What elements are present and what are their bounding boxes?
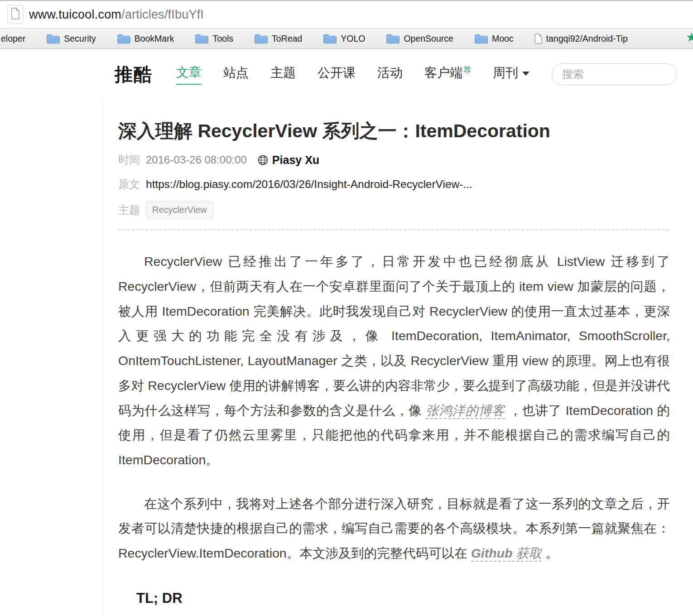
source-url-link[interactable]: https://blog.piasy.com/2016/03/26/Insigh… xyxy=(146,178,472,191)
bookmark-item-bookmark[interactable]: BookMark xyxy=(117,34,174,44)
folder-icon xyxy=(474,34,488,44)
nav-item-client[interactable]: 客户端荐 xyxy=(424,64,471,84)
nav-item-articles[interactable]: 文章 xyxy=(176,64,202,85)
bookmark-label: eloper xyxy=(1,34,25,44)
address-url[interactable]: www.tuicool.com/articles/fIbuYfI xyxy=(29,8,204,22)
search-box xyxy=(552,63,677,85)
bookmark-item-security[interactable]: Security xyxy=(46,34,96,44)
paragraph-text: RecyclerView 已经推出了一年多了，日常开发中也已经彻底从 ListV… xyxy=(118,254,670,417)
bookmark-label: OpenSource xyxy=(404,34,453,44)
bookmark-item-tools[interactable]: Tools xyxy=(195,34,233,44)
url-domain: www.tuicool.com xyxy=(29,8,121,21)
nav-item-label: 周刊 xyxy=(493,66,518,80)
site-header: 推酷 文章 站点 主题 公开课 活动 客户端荐 周刊 xyxy=(0,49,693,100)
nav-item-sites[interactable]: 站点 xyxy=(223,64,249,84)
article-paragraph: RecyclerView 已经推出了一年多了，日常开发中也已经彻底从 ListV… xyxy=(118,249,670,472)
meta-row-topic: 主题 RecyclerView xyxy=(118,202,669,218)
dashed-divider xyxy=(118,229,669,230)
author-name[interactable]: Piasy Xu xyxy=(272,154,319,167)
bookmark-item-developer[interactable]: eloper xyxy=(1,34,25,44)
paragraph-text: 在这个系列中，我将对上述各个部分进行深入研究，目标就是看了这一系列的文章之后，开… xyxy=(118,496,670,560)
nav-item-weekly[interactable]: 周刊 xyxy=(493,64,529,84)
url-path: /articles/fIbuYfI xyxy=(121,8,204,21)
topic-tag-recyclerview[interactable]: RecyclerView xyxy=(146,202,213,218)
nav-item-courses[interactable]: 公开课 xyxy=(318,64,356,84)
bookmark-item-tangqi92-android-tip[interactable]: tangqi92/Android-Tip xyxy=(534,34,628,44)
time-label: 时间 xyxy=(118,153,140,167)
article-card: 深入理解 RecyclerView 系列之一：ItemDecoration 时间… xyxy=(103,100,693,616)
bookmarks-bar: eloper Security BookMark Tools ToRead YO… xyxy=(0,28,693,49)
bookmark-label: YOLO xyxy=(341,34,365,44)
folder-icon xyxy=(46,34,60,44)
meta-row-source: 原文 https://blog.piasy.com/2016/03/26/Ins… xyxy=(118,177,669,192)
bookmark-label: ToRead xyxy=(272,34,302,44)
publish-time: 2016-03-26 08:00:00 xyxy=(146,154,247,166)
paragraph-text: 。 xyxy=(542,546,558,560)
folder-icon xyxy=(386,34,399,44)
article-paragraph: 在这个系列中，我将对上述各个部分进行深入研究，目标就是看了这一系列的文章之后，开… xyxy=(118,491,670,566)
page-body: 深入理解 RecyclerView 系列之一：ItemDecoration 时间… xyxy=(0,100,693,616)
nav-item-label: 客户端 xyxy=(424,66,462,80)
source-label: 原文 xyxy=(118,177,140,192)
document-icon xyxy=(534,34,542,44)
bookmark-item-mooc[interactable]: Mooc xyxy=(474,34,514,44)
tldr-heading: TL; DR xyxy=(136,590,669,606)
meta-row-time: 时间 2016-03-26 08:00:00 Piasy Xu xyxy=(118,153,669,167)
github-link-rest: 获取 xyxy=(512,546,542,560)
bookmark-label: Mooc xyxy=(492,34,514,44)
zhang-hongyang-blog-link[interactable]: 张鸿洋的博客 xyxy=(426,403,505,419)
folder-icon xyxy=(323,34,337,44)
search-input[interactable] xyxy=(552,63,677,85)
main-nav: 文章 站点 主题 公开课 活动 客户端荐 周刊 xyxy=(176,64,551,85)
folder-icon xyxy=(117,34,130,44)
bookmark-label: Tools xyxy=(212,34,233,44)
chevron-down-icon xyxy=(522,72,529,76)
browser-url-bar[interactable]: www.tuicool.com/articles/fIbuYfI xyxy=(0,0,693,28)
site-logo[interactable]: 推酷 xyxy=(115,62,153,87)
topic-label: 主题 xyxy=(118,203,140,217)
folder-icon xyxy=(195,34,208,44)
bookmark-item-toread[interactable]: ToRead xyxy=(254,34,302,44)
bookmark-label: tangqi92/Android-Tip xyxy=(546,34,628,44)
page-icon xyxy=(11,8,20,21)
bookmark-item-opensource[interactable]: OpenSource xyxy=(386,34,453,44)
bookmarks-star-icon[interactable]: ★ xyxy=(686,31,693,44)
github-link[interactable]: Github 获取 xyxy=(471,546,542,562)
bookmark-label: BookMark xyxy=(135,34,174,44)
globe-icon xyxy=(258,155,268,165)
nav-item-events[interactable]: 活动 xyxy=(377,64,403,84)
nav-item-topics[interactable]: 主题 xyxy=(270,64,296,84)
folder-icon xyxy=(254,34,268,44)
article-title: 深入理解 RecyclerView 系列之一：ItemDecoration xyxy=(118,120,669,143)
bookmark-label: Security xyxy=(64,34,96,44)
github-link-label: Github xyxy=(471,546,513,560)
page-favicon-box[interactable] xyxy=(7,5,24,24)
recommend-badge: 荐 xyxy=(463,66,471,74)
bookmark-item-yolo[interactable]: YOLO xyxy=(323,34,365,44)
